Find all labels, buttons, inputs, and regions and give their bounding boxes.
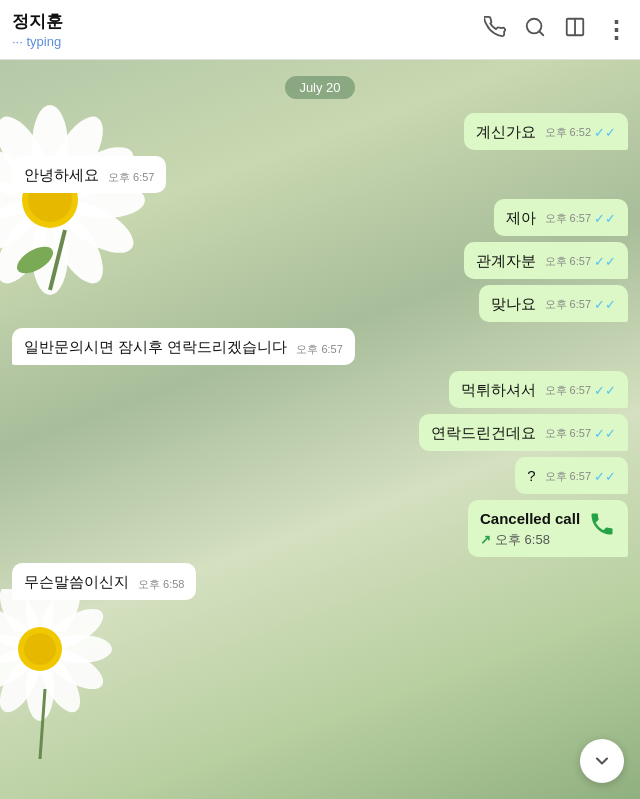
call-sub: ↗ 오후 6:58: [480, 531, 588, 549]
message-row: 계신가요 오후 6:52 ✓✓: [12, 113, 628, 150]
message-text: 연락드린건데요: [431, 422, 536, 443]
contact-name: 정지훈: [12, 10, 484, 33]
message-text: 먹튀하셔서: [461, 379, 536, 400]
read-receipt: ✓✓: [594, 382, 616, 400]
message-bubble: 먹튀하셔서 오후 6:57 ✓✓: [449, 371, 628, 408]
message-bubble: 맞나요 오후 6:57 ✓✓: [479, 285, 628, 322]
message-time: 오후 6:57: [296, 342, 342, 357]
search-icon[interactable]: [524, 16, 546, 43]
message-meta: 오후 6:52 ✓✓: [545, 124, 616, 142]
message-bubble: 계신가요 오후 6:52 ✓✓: [464, 113, 628, 150]
message-bubble: 안녕하세요 오후 6:57: [12, 156, 166, 193]
read-receipt: ✓✓: [594, 253, 616, 271]
call-time: 오후 6:58: [495, 531, 550, 549]
message-meta: 오후 6:57 ✓✓: [545, 253, 616, 271]
call-arrow: ↗: [480, 531, 491, 549]
message-row: 관계자분 오후 6:57 ✓✓: [12, 242, 628, 279]
message-row: 무슨말씀이신지 오후 6:58: [12, 563, 628, 600]
message-text: ?: [527, 465, 535, 486]
message-time: 오후 6:57: [545, 383, 591, 398]
read-receipt: ✓✓: [594, 468, 616, 486]
read-receipt: ✓✓: [594, 124, 616, 142]
message-meta: 오후 6:57 ✓✓: [545, 210, 616, 228]
message-row: 일반문의시면 잠시후 연락드리겠습니다 오후 6:57: [12, 328, 628, 365]
message-meta: 오후 6:57: [296, 342, 342, 357]
message-bubble: 일반문의시면 잠시후 연락드리겠습니다 오후 6:57: [12, 328, 355, 365]
message-text: 무슨말씀이신지: [24, 571, 129, 592]
message-row: ? 오후 6:57 ✓✓: [12, 457, 628, 494]
scroll-to-bottom-button[interactable]: [580, 739, 624, 783]
message-meta: 오후 6:57 ✓✓: [545, 425, 616, 443]
message-meta: 오후 6:57 ✓✓: [545, 468, 616, 486]
message-row: 맞나요 오후 6:57 ✓✓: [12, 285, 628, 322]
message-row: 제아 오후 6:57 ✓✓: [12, 199, 628, 236]
message-text: 안녕하세요: [24, 164, 99, 185]
message-row: 안녕하세요 오후 6:57: [12, 156, 628, 193]
message-bubble: 관계자분 오후 6:57 ✓✓: [464, 242, 628, 279]
message-text: 일반문의시면 잠시후 연락드리겠습니다: [24, 336, 287, 357]
message-meta: 오후 6:57 ✓✓: [545, 382, 616, 400]
message-row: Cancelled call ↗ 오후 6:58: [12, 500, 628, 557]
message-bubble: ? 오후 6:57 ✓✓: [515, 457, 628, 494]
message-text: 관계자분: [476, 250, 536, 271]
message-time: 오후 6:57: [545, 211, 591, 226]
messages-container: July 20 계신가요 오후 6:52 ✓✓ 안녕하세요 오: [0, 60, 640, 799]
split-icon[interactable]: [564, 16, 586, 43]
read-receipt: ✓✓: [594, 296, 616, 314]
chat-background: July 20 계신가요 오후 6:52 ✓✓ 안녕하세요 오: [0, 60, 640, 799]
message-time: 오후 6:57: [545, 297, 591, 312]
header-icons: ⋮: [484, 16, 628, 44]
call-bubble: Cancelled call ↗ 오후 6:58: [468, 500, 628, 557]
message-text: 맞나요: [491, 293, 536, 314]
message-time: 오후 6:58: [138, 577, 184, 592]
phone-call-icon: [588, 510, 616, 547]
message-bubble: 무슨말씀이신지 오후 6:58: [12, 563, 196, 600]
read-receipt: ✓✓: [594, 210, 616, 228]
message-meta: 오후 6:58: [138, 577, 184, 592]
message-meta: 오후 6:57 ✓✓: [545, 296, 616, 314]
message-bubble: 연락드린건데요 오후 6:57 ✓✓: [419, 414, 628, 451]
typing-status: ··· typing: [12, 34, 484, 49]
message-meta: 오후 6:57: [108, 170, 154, 185]
call-title: Cancelled call: [480, 508, 588, 529]
message-time: 오후 6:57: [108, 170, 154, 185]
header-name-area: 정지훈 ··· typing: [12, 10, 484, 49]
phone-icon[interactable]: [484, 16, 506, 43]
message-time: 오후 6:57: [545, 426, 591, 441]
message-bubble: 제아 오후 6:57 ✓✓: [494, 199, 628, 236]
message-time: 오후 6:52: [545, 125, 591, 140]
chat-header: 정지훈 ··· typing ⋮: [0, 0, 640, 60]
call-info: Cancelled call ↗ 오후 6:58: [480, 508, 588, 549]
more-icon[interactable]: ⋮: [604, 16, 628, 44]
read-receipt: ✓✓: [594, 425, 616, 443]
message-text: 계신가요: [476, 121, 536, 142]
date-separator: July 20: [12, 76, 628, 99]
message-time: 오후 6:57: [545, 254, 591, 269]
message-text: 제아: [506, 207, 536, 228]
svg-line-1: [539, 31, 543, 35]
date-label: July 20: [285, 76, 354, 99]
message-row: 연락드린건데요 오후 6:57 ✓✓: [12, 414, 628, 451]
message-row: 먹튀하셔서 오후 6:57 ✓✓: [12, 371, 628, 408]
message-time: 오후 6:57: [545, 469, 591, 484]
